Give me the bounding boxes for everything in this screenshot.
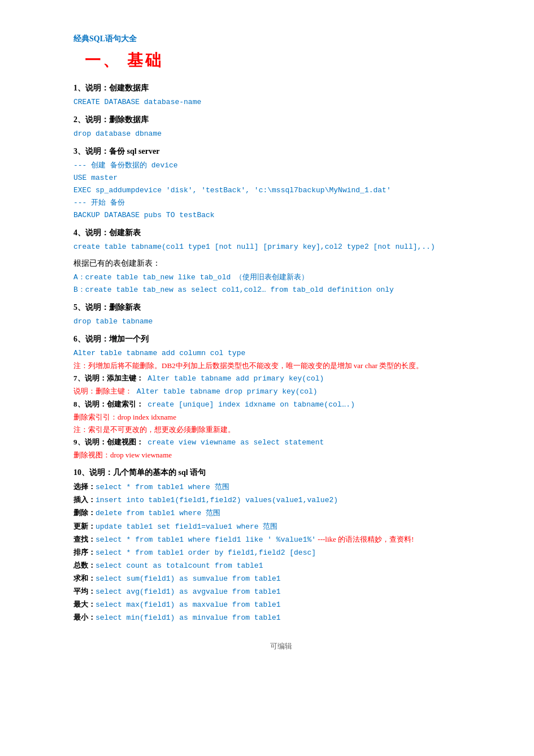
item4-sub-line1: A：create table tab_new like tab_old （使用旧… — [73, 271, 489, 284]
item9-label-text: 9、说明：创建视图： — [73, 438, 144, 446]
item6-label: 6、说明：增加一个列 — [73, 332, 489, 346]
item4-sub-line2: B：create table tab_new as select col1,co… — [73, 284, 489, 296]
sql-line-6: 总数：select count as totalcount from table… — [73, 559, 489, 572]
item9-sub-red: 删除视图：drop view viewname — [73, 449, 489, 461]
item8-label-text: 8、说明：创建索引： — [73, 400, 144, 408]
item3-line2: USE master — [73, 172, 489, 184]
sql-line-7: 求和：select sum(field1) as sumvalue from t… — [73, 572, 489, 585]
item7-sub-code: Alter table tabname drop primary key(col… — [132, 387, 318, 396]
sql-line-4: 查找：select * from table1 where field1 lik… — [73, 533, 489, 546]
sql-line-10: 最小：select min(field1) as minvalue from t… — [73, 611, 489, 624]
item4-sub: 根据已有的表创建新表： — [73, 257, 489, 270]
item4-code: create table tabname(col1 type1 [not nul… — [73, 241, 489, 253]
item1-code: CREATE DATABASE database-name — [73, 96, 489, 109]
item7-label: 7、说明：添加主键： Alter table tabname add prima… — [73, 372, 489, 385]
sql-line-9: 最大：select max(field1) as maxvalue from t… — [73, 598, 489, 611]
item6-code: Alter table tabname add column col type — [73, 347, 489, 360]
item3-label: 3、说明：备份 sql server — [73, 145, 489, 158]
item7-label-text: 7、说明：添加主键： — [73, 374, 144, 382]
item7-inline-code: Alter table tabname add primary key(col) — [144, 374, 324, 383]
item8-label: 8、说明：创建索引： create [unique] index idxname… — [73, 398, 489, 411]
item8-sub-red: 删除索引引：drop index idxname — [73, 411, 489, 424]
sql-line-3: 更新：update table1 set field1=value1 where… — [73, 520, 489, 533]
sql-line-8: 平均：select avg(field1) as avgvalue from t… — [73, 585, 489, 598]
section-heading: 一、 基础 — [73, 50, 489, 71]
item6-note: 注：列增加后将不能删除。DB2中列加上后数据类型也不能改变，唯一能改变的是增加 … — [73, 360, 489, 372]
item5-code: drop table tabname — [73, 316, 489, 328]
footer: 可编辑 — [73, 641, 489, 651]
item2-code: drop database dbname — [73, 128, 489, 140]
sql-lines: 选择：select * from table1 where 范围插入：inser… — [73, 481, 489, 624]
item7-sub: 说明：删除主键： Alter table tabname drop primar… — [73, 385, 489, 398]
item8-inline-code: create [unique] index idxname on tabname… — [144, 400, 355, 409]
item3-line1: --- 创建 备份数据的 device — [73, 159, 489, 172]
sql-line-2: 删除：delete from table1 where 范围 — [73, 507, 489, 520]
item3-line4: --- 开始 备份 — [73, 197, 489, 209]
item7-sub-label: 说明：删除主键： — [73, 387, 132, 395]
item9-inline-code: create view viewname as select statement — [144, 438, 324, 447]
item3-line5: BACKUP DATABASE pubs TO testBack — [73, 209, 489, 222]
item1-label: 1、说明：创建数据库 — [73, 81, 489, 95]
item8-note-red2: 注：索引是不可更改的，想更改必须删除重新建。 — [73, 424, 489, 436]
item3-line3: EXEC sp_addumpdevice 'disk', 'testBack',… — [73, 184, 489, 197]
item2-label: 2、说明：删除数据库 — [73, 113, 489, 127]
page-title: 经典SQL语句大全 — [73, 34, 489, 44]
item9-label: 9、说明：创建视图： create view viewname as selec… — [73, 436, 489, 449]
sql-line-0: 选择：select * from table1 where 范围 — [73, 481, 489, 494]
item10-label: 10、说明：几个简单的基本的 sql 语句 — [73, 466, 489, 479]
sql-line-1: 插入：insert into table1(field1,field2) val… — [73, 494, 489, 507]
sql-line-5: 排序：select * from table1 order by field1,… — [73, 546, 489, 559]
item5-label: 5、说明：删除新表 — [73, 301, 489, 314]
item4-label: 4、说明：创建新表 — [73, 226, 489, 240]
